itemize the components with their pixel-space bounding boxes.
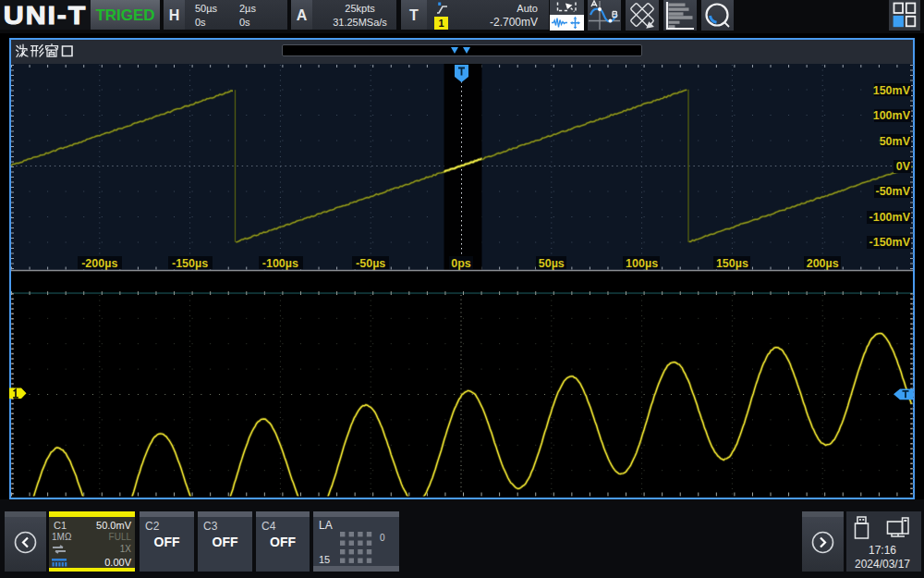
svg-text:150µs: 150µs: [716, 257, 748, 270]
svg-text:100µs: 100µs: [626, 257, 658, 270]
svg-text:-50mV: -50mV: [875, 185, 910, 198]
svg-text:0V: 0V: [896, 160, 911, 173]
svg-text:-150µs: -150µs: [172, 257, 208, 270]
svg-text:-50µs: -50µs: [356, 257, 385, 270]
svg-text:50µs: 50µs: [539, 257, 565, 270]
svg-text:100mV: 100mV: [873, 109, 911, 122]
svg-text:-200µs: -200µs: [81, 257, 117, 270]
svg-text:-100µs: -100µs: [262, 257, 298, 270]
svg-text:50mV: 50mV: [880, 135, 911, 148]
svg-text:-150mV: -150mV: [869, 236, 911, 249]
svg-text:200µs: 200µs: [807, 257, 839, 270]
svg-text:150mV: 150mV: [873, 84, 911, 97]
svg-text:0ps: 0ps: [451, 257, 471, 270]
svg-text:-100mV: -100mV: [869, 211, 911, 224]
